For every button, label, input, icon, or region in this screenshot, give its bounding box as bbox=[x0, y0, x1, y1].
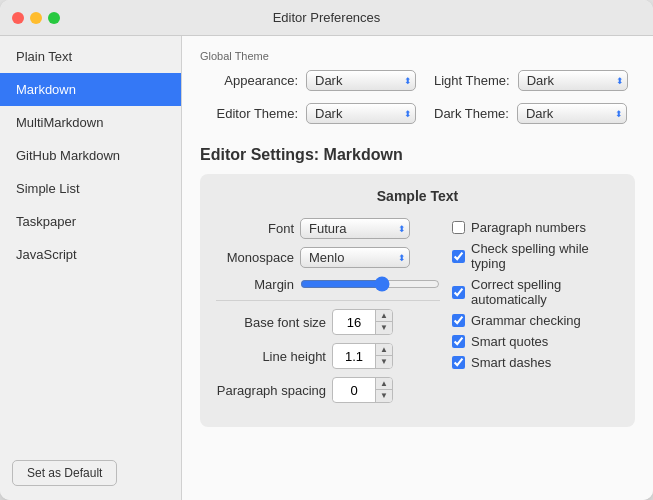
appearance-row: Appearance: Dark Light Light Theme: Dark bbox=[208, 70, 635, 91]
grammar-checking-label: Grammar checking bbox=[471, 313, 581, 328]
global-theme-label: Global Theme bbox=[200, 50, 635, 62]
sidebar-item-taskpaper[interactable]: Taskpaper bbox=[0, 205, 181, 238]
light-theme-select-wrapper: Dark Light bbox=[518, 70, 628, 91]
font-select[interactable]: Futura Helvetica Arial bbox=[300, 218, 410, 239]
window-title: Editor Preferences bbox=[273, 10, 381, 25]
sidebar-footer: Set as Default bbox=[0, 450, 181, 500]
paragraph-spacing-label: Paragraph spacing bbox=[216, 383, 326, 398]
line-height-label: Line height bbox=[216, 349, 326, 364]
paragraph-spacing-row: Paragraph spacing ▲ ▼ bbox=[216, 377, 440, 403]
settings-panel: Sample Text Font Futura Helvetica Arial bbox=[200, 174, 635, 427]
margin-slider[interactable] bbox=[300, 276, 440, 292]
line-height-input-wrapper: ▲ ▼ bbox=[332, 343, 393, 369]
close-button[interactable] bbox=[12, 12, 24, 24]
base-font-size-row: Base font size ▲ ▼ bbox=[216, 309, 440, 335]
margin-row: Margin bbox=[216, 276, 440, 292]
base-font-size-input-wrapper: ▲ ▼ bbox=[332, 309, 393, 335]
base-font-size-label: Base font size bbox=[216, 315, 326, 330]
dark-theme-select-wrapper: Dark Light bbox=[517, 103, 627, 124]
paragraph-spacing-increment[interactable]: ▲ bbox=[376, 378, 392, 390]
editor-theme-label: Editor Theme: bbox=[208, 106, 298, 121]
dark-theme-select[interactable]: Dark Light bbox=[517, 103, 627, 124]
settings-left: Font Futura Helvetica Arial M bbox=[216, 218, 440, 411]
monospace-select-wrapper: Menlo Monaco Courier bbox=[300, 247, 410, 268]
set-default-button[interactable]: Set as Default bbox=[12, 460, 117, 486]
checkbox-grammar-checking: Grammar checking bbox=[452, 313, 619, 328]
grammar-checking-checkbox[interactable] bbox=[452, 314, 465, 327]
editor-theme-row: Editor Theme: Dark Light Dark Theme: Dar… bbox=[208, 103, 635, 124]
appearance-select[interactable]: Dark Light bbox=[306, 70, 416, 91]
line-height-row: Line height ▲ ▼ bbox=[216, 343, 440, 369]
correct-spelling-label: Correct spelling automatically bbox=[471, 277, 619, 307]
sidebar: Plain Text Markdown MultiMarkdown GitHub… bbox=[0, 36, 182, 500]
paragraph-spacing-decrement[interactable]: ▼ bbox=[376, 390, 392, 402]
monospace-select[interactable]: Menlo Monaco Courier bbox=[300, 247, 410, 268]
main-window: Editor Preferences Plain Text Markdown M… bbox=[0, 0, 653, 500]
base-font-size-increment[interactable]: ▲ bbox=[376, 310, 392, 322]
editor-settings-title: Editor Settings: Markdown bbox=[200, 146, 635, 164]
font-label: Font bbox=[216, 221, 294, 236]
paragraph-spacing-stepper: ▲ ▼ bbox=[375, 378, 392, 402]
line-height-input[interactable] bbox=[333, 347, 375, 366]
monospace-label: Monospace bbox=[216, 250, 294, 265]
light-theme-label: Light Theme: bbox=[434, 73, 510, 88]
correct-spelling-checkbox[interactable] bbox=[452, 286, 465, 299]
sample-text-header: Sample Text bbox=[216, 188, 619, 204]
main-content: Plain Text Markdown MultiMarkdown GitHub… bbox=[0, 36, 653, 500]
check-spelling-label: Check spelling while typing bbox=[471, 241, 619, 271]
titlebar: Editor Preferences bbox=[0, 0, 653, 36]
light-theme-select[interactable]: Dark Light bbox=[518, 70, 628, 91]
smart-dashes-checkbox[interactable] bbox=[452, 356, 465, 369]
paragraph-numbers-checkbox[interactable] bbox=[452, 221, 465, 234]
smart-dashes-label: Smart dashes bbox=[471, 355, 551, 370]
checkbox-smart-dashes: Smart dashes bbox=[452, 355, 619, 370]
paragraph-spacing-input[interactable] bbox=[333, 381, 375, 400]
check-spelling-checkbox[interactable] bbox=[452, 250, 465, 263]
base-font-size-input[interactable] bbox=[333, 313, 375, 332]
paragraph-numbers-label: Paragraph numbers bbox=[471, 220, 586, 235]
base-font-size-decrement[interactable]: ▼ bbox=[376, 322, 392, 334]
dark-theme-label: Dark Theme: bbox=[434, 106, 509, 121]
editor-theme-select-wrapper: Dark Light bbox=[306, 103, 416, 124]
sidebar-item-github-markdown[interactable]: GitHub Markdown bbox=[0, 139, 181, 172]
sidebar-item-simple-list[interactable]: Simple List bbox=[0, 172, 181, 205]
checkbox-check-spelling: Check spelling while typing bbox=[452, 241, 619, 271]
global-theme-section: Global Theme Appearance: Dark Light Ligh… bbox=[200, 50, 635, 130]
paragraph-spacing-input-wrapper: ▲ ▼ bbox=[332, 377, 393, 403]
minimize-button[interactable] bbox=[30, 12, 42, 24]
smart-quotes-checkbox[interactable] bbox=[452, 335, 465, 348]
sidebar-item-javascript[interactable]: JavaScript bbox=[0, 238, 181, 271]
sidebar-item-multimarkdown[interactable]: MultiMarkdown bbox=[0, 106, 181, 139]
appearance-label: Appearance: bbox=[208, 73, 298, 88]
margin-slider-container bbox=[300, 276, 440, 292]
font-select-wrapper: Futura Helvetica Arial bbox=[300, 218, 410, 239]
checkbox-correct-spelling: Correct spelling automatically bbox=[452, 277, 619, 307]
base-font-size-stepper: ▲ ▼ bbox=[375, 310, 392, 334]
checkbox-paragraph-numbers: Paragraph numbers bbox=[452, 220, 619, 235]
content-area: Global Theme Appearance: Dark Light Ligh… bbox=[182, 36, 653, 500]
line-height-decrement[interactable]: ▼ bbox=[376, 356, 392, 368]
maximize-button[interactable] bbox=[48, 12, 60, 24]
appearance-select-wrapper: Dark Light bbox=[306, 70, 416, 91]
monospace-row: Monospace Menlo Monaco Courier bbox=[216, 247, 440, 268]
smart-quotes-label: Smart quotes bbox=[471, 334, 548, 349]
margin-label: Margin bbox=[216, 277, 294, 292]
sidebar-item-markdown[interactable]: Markdown bbox=[0, 73, 181, 106]
checkbox-smart-quotes: Smart quotes bbox=[452, 334, 619, 349]
line-height-increment[interactable]: ▲ bbox=[376, 344, 392, 356]
sidebar-item-plain-text[interactable]: Plain Text bbox=[0, 40, 181, 73]
line-height-stepper: ▲ ▼ bbox=[375, 344, 392, 368]
editor-theme-select[interactable]: Dark Light bbox=[306, 103, 416, 124]
font-row: Font Futura Helvetica Arial bbox=[216, 218, 440, 239]
settings-grid: Font Futura Helvetica Arial M bbox=[216, 218, 619, 411]
settings-right: Paragraph numbers Check spelling while t… bbox=[452, 218, 619, 411]
traffic-lights bbox=[12, 12, 60, 24]
